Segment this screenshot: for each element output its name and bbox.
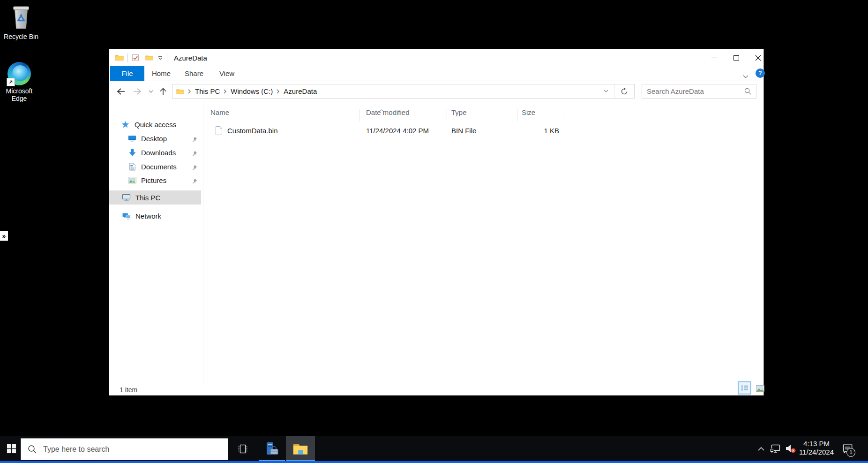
desktop-icon-recycle-bin[interactable]: Recycle Bin — [3, 4, 39, 40]
close-button[interactable] — [747, 49, 769, 66]
file-row-customdata[interactable]: CustomData.bin 11/24/2024 4:02 PM BIN Fi… — [203, 124, 756, 137]
edge-logo-icon — [7, 62, 31, 85]
sidebar-item-desktop[interactable]: Desktop — [109, 132, 201, 145]
titlebar[interactable]: AzureData — [109, 49, 769, 66]
tray-network-button[interactable] — [769, 436, 783, 461]
qat-customize-chevron-icon[interactable] — [157, 56, 163, 60]
maximize-icon — [733, 55, 739, 61]
pin-icon — [192, 136, 197, 144]
column-header-date-modified[interactable]: Date modified — [366, 108, 410, 116]
tab-file[interactable]: File — [110, 66, 144, 81]
quick-access-star-icon — [120, 120, 130, 129]
ribbon-tabs: File Home Share View ? — [109, 66, 763, 81]
edge-label-line2: Edge — [1, 95, 37, 102]
desktop-icon-microsoft-edge[interactable]: Microsoft Edge — [1, 62, 37, 102]
documents-icon — [127, 162, 137, 171]
breadcrumb-folder[interactable]: AzureData — [284, 87, 317, 95]
file-explorer-icon — [292, 442, 309, 455]
breadcrumb-chevron-icon — [224, 89, 227, 94]
sidebar-item-label: Documents — [141, 163, 177, 171]
explorer-app-icon — [115, 54, 124, 61]
sidebar-item-pictures[interactable]: Pictures — [109, 174, 201, 187]
breadcrumb-chevron-icon — [277, 89, 280, 94]
sidebar-item-quick-access[interactable]: Quick access — [109, 118, 201, 131]
search-icon — [744, 88, 751, 95]
forward-arrow-icon — [133, 87, 142, 96]
chevron-up-icon — [758, 447, 764, 451]
file-explorer-window: AzureData File Home Share View ? — [109, 49, 764, 395]
taskbar-search-placeholder: Type here to search — [43, 445, 109, 454]
tray-show-hidden-icons-button[interactable] — [756, 436, 767, 461]
start-button[interactable] — [0, 436, 22, 461]
shortcut-arrow-badge — [7, 78, 15, 86]
sidebar-item-label: Downloads — [141, 149, 176, 157]
tray-volume-muted-button[interactable] — [784, 436, 798, 461]
qat-new-folder-icon[interactable] — [145, 54, 153, 61]
divider — [167, 53, 167, 62]
qat-properties-icon[interactable] — [132, 54, 139, 61]
minimize-button[interactable] — [703, 49, 725, 66]
back-button[interactable] — [115, 86, 126, 97]
taskbar: Type here to search — [0, 436, 868, 463]
minimize-icon — [711, 58, 717, 58]
window-title: AzureData — [174, 54, 207, 62]
notification-badge: 1 — [846, 448, 855, 457]
sidebar-item-label: Network — [135, 212, 161, 220]
sidebar-item-this-pc[interactable]: This PC — [109, 190, 201, 205]
edge-label-line1: Microsoft — [1, 87, 37, 95]
tab-view[interactable]: View — [216, 66, 238, 81]
maximize-button[interactable] — [725, 49, 747, 66]
show-desktop-button[interactable] — [864, 436, 868, 461]
thumbnail-view-button[interactable] — [754, 383, 766, 394]
clock-date: 11/24/2024 — [797, 448, 836, 456]
search-input[interactable]: Search AzureData — [642, 84, 756, 99]
action-center-button[interactable] — [838, 436, 857, 461]
up-arrow-icon — [158, 87, 168, 96]
help-button[interactable]: ? — [756, 68, 765, 78]
tab-share[interactable]: Share — [182, 66, 206, 81]
breadcrumb-this-pc[interactable]: This PC — [195, 87, 220, 95]
search-placeholder: Search AzureData — [647, 87, 744, 95]
sidebar-divider — [203, 102, 203, 384]
speaker-muted-icon — [785, 443, 797, 454]
column-resize-handle[interactable] — [359, 109, 359, 121]
column-resize-handle[interactable] — [517, 109, 517, 121]
sidebar-item-label: Pictures — [141, 176, 166, 184]
recycle-bin-icon — [10, 4, 32, 31]
breadcrumb-drive[interactable]: Windows (C:) — [231, 87, 273, 95]
column-header-type[interactable]: Type — [451, 108, 467, 116]
refresh-button[interactable] — [614, 88, 634, 95]
address-dropdown-chevron-icon[interactable] — [604, 90, 608, 93]
sidebar-item-network[interactable]: Network — [109, 209, 201, 222]
recent-locations-chevron[interactable] — [148, 89, 154, 94]
thumbnail-view-icon — [756, 385, 764, 392]
up-button[interactable] — [158, 86, 168, 97]
taskbar-app-server-manager[interactable] — [259, 436, 285, 461]
file-date-modified: 11/24/2024 4:02 PM — [366, 127, 429, 135]
column-header-size[interactable]: Size — [522, 108, 535, 116]
file-size: 1 KB — [508, 127, 559, 135]
network-ethernet-icon — [770, 443, 782, 455]
taskbar-search-input[interactable]: Type here to search — [21, 438, 228, 460]
sidebar-item-label: This PC — [135, 194, 160, 202]
taskbar-clock[interactable]: 4:13 PM 11/24/2024 — [797, 440, 836, 456]
tab-home[interactable]: Home — [149, 66, 174, 81]
pin-icon — [192, 177, 197, 185]
task-view-button[interactable] — [232, 436, 253, 461]
desktop-monitor-icon — [127, 134, 137, 143]
details-view-button[interactable] — [738, 381, 751, 395]
address-bar[interactable]: This PC Windows (C:) AzureData — [172, 84, 635, 99]
sidebar-expand-chevron-overlay[interactable]: » — [0, 231, 8, 241]
column-header-name[interactable]: Name — [210, 108, 229, 116]
column-resize-handle[interactable] — [564, 109, 564, 121]
sidebar-item-label: Quick access — [135, 121, 176, 129]
sidebar-item-documents[interactable]: Documents — [109, 160, 201, 173]
clock-time: 4:13 PM — [797, 440, 836, 448]
pictures-icon — [127, 175, 137, 185]
downloads-arrow-icon — [127, 148, 137, 157]
column-resize-handle[interactable] — [447, 109, 447, 121]
sidebar-item-downloads[interactable]: Downloads — [109, 146, 201, 159]
forward-button[interactable] — [133, 86, 143, 97]
taskbar-app-file-explorer[interactable] — [286, 436, 315, 461]
ribbon-collapse-chevron-icon[interactable] — [743, 72, 748, 80]
